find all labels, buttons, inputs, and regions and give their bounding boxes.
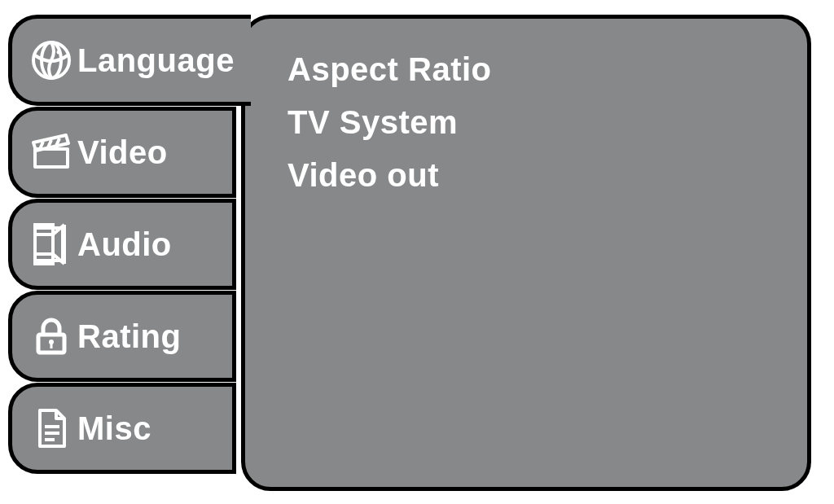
sidebar-tab-label: Audio	[77, 226, 172, 263]
sidebar-tab-rating[interactable]: Rating	[8, 291, 236, 382]
sidebar-tab-language[interactable]: Language	[8, 15, 251, 106]
svg-rect-3	[35, 149, 68, 167]
settings-panel: Aspect Ratio TV System Video out	[241, 15, 811, 491]
sidebar-tab-label: Language	[77, 42, 235, 79]
clapperboard-icon	[30, 131, 72, 173]
padlock-icon	[30, 315, 72, 357]
settings-menu-frame: Aspect Ratio TV System Video out Languag…	[8, 15, 811, 491]
document-icon	[30, 407, 72, 449]
sidebar-tab-label: Misc	[77, 410, 151, 447]
menu-item-tv-system[interactable]: TV System	[288, 104, 807, 141]
settings-sidebar: Language Video	[8, 15, 236, 475]
globe-icon	[30, 39, 72, 81]
menu-item-video-out[interactable]: Video out	[288, 157, 807, 194]
svg-rect-10	[50, 342, 53, 348]
active-tab-panel-join	[237, 19, 248, 102]
speaker-icon	[30, 223, 72, 265]
sidebar-tab-audio[interactable]: Audio	[8, 199, 236, 290]
sidebar-tab-misc[interactable]: Misc	[8, 383, 236, 474]
sidebar-tab-video[interactable]: Video	[8, 107, 236, 198]
sidebar-tab-label: Rating	[77, 318, 181, 355]
svg-point-2	[57, 50, 61, 55]
menu-item-aspect-ratio[interactable]: Aspect Ratio	[288, 51, 807, 88]
sidebar-tab-label: Video	[77, 134, 168, 171]
